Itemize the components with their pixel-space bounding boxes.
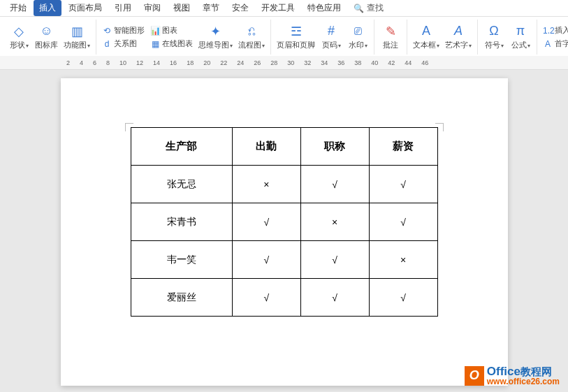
mindmap-icon: ✦ [210,24,221,38]
table-row: 爱丽丝 √ √ √ [131,279,437,317]
ribbon: ◇ 形状▾ ☺ 图标库 ▥ 功能图▾ ⟲智能图形 d关系图 📊图表 ▦在线图表 … [0,17,568,56]
shapes-icon: ◇ [14,24,24,38]
horizontal-ruler: 2468101214161820222426283032343638404244… [0,56,568,70]
tab-review[interactable]: 审阅 [138,0,166,16]
watermark-logo-icon: O [465,366,484,386]
tab-sections[interactable]: 章节 [197,0,225,16]
flowchart-button[interactable]: ⎌ 流程图▾ [237,20,266,55]
data-table[interactable]: 生产部 出勤 职称 薪资 张无忌 × √ √ 宋青书 √ × √ 韦一笑 √ √ [131,127,438,317]
dropcap-button[interactable]: A首字下沉 [541,38,568,50]
table-cell[interactable]: √ [369,166,437,203]
mindmap-button[interactable]: ✦ 思维导图▾ [197,20,234,55]
smartart-button[interactable]: ⟲智能图形 [101,24,146,36]
table-cell[interactable]: × [300,203,369,241]
comment-icon: ✎ [386,24,396,38]
insert-number-button[interactable]: 1.2插入数字 [541,24,568,36]
table-cell[interactable]: 爱丽丝 [131,279,232,317]
icon-library-button[interactable]: ☺ 图标库 [34,20,59,55]
watermark-url: www.office26.com [487,377,560,386]
table-cell[interactable]: √ [300,279,369,317]
textbox-icon: A [422,24,430,38]
page-number-icon: # [328,24,335,38]
chart-icon: 📊 [150,26,160,36]
symbol-button[interactable]: Ω 符号▾ [482,20,506,55]
search-box[interactable]: 🔍 查找 [354,2,384,14]
tab-special[interactable]: 特色应用 [302,0,347,16]
tab-insert[interactable]: 插入 [34,0,61,16]
symbol-icon: Ω [489,24,498,38]
table-cell[interactable]: 韦一笑 [131,241,232,279]
tab-start[interactable]: 开始 [4,0,32,16]
table-header-cell[interactable]: 职称 [300,128,369,166]
search-label: 查找 [367,2,384,14]
page-number-button[interactable]: # 页码▾ [319,20,343,55]
dropcap-icon: A [543,39,553,49]
table-header-cell[interactable]: 出勤 [232,128,300,166]
function-chart-button[interactable]: ▥ 功能图▾ [62,20,92,55]
online-chart-icon: ▦ [150,39,160,49]
tab-devtools[interactable]: 开发工具 [256,0,300,16]
table-header-row: 生产部 出勤 职称 薪资 [131,128,437,166]
table-cell[interactable]: √ [232,241,300,279]
flowchart-icon: ⎌ [248,24,256,38]
table-cell[interactable]: √ [369,203,437,241]
document-page[interactable]: 生产部 出勤 职称 薪资 张无忌 × √ √ 宋青书 √ × √ 韦一笑 √ √ [61,78,508,386]
shapes-button[interactable]: ◇ 形状▾ [7,20,31,55]
header-footer-button[interactable]: ☲ 页眉和页脚 [275,20,316,55]
chart-button[interactable]: 📊图表 [149,24,194,36]
watermark-button[interactable]: ⎚ 水印▾ [346,20,370,55]
relation-chart-button[interactable]: d关系图 [101,38,146,50]
tab-view[interactable]: 视图 [168,0,196,16]
menubar: 开始 插入 页面布局 引用 审阅 视图 章节 安全 开发工具 特色应用 🔍 查找 [0,0,568,17]
comment-button[interactable]: ✎ 批注 [379,20,402,55]
smartart-icon: ⟲ [102,26,112,36]
textbox-button[interactable]: A 文本框▾ [412,20,441,55]
table-row: 张无忌 × √ √ [131,166,437,203]
function-chart-icon: ▥ [71,24,83,38]
relation-icon: d [102,39,112,49]
tab-security[interactable]: 安全 [226,0,254,16]
table-cell[interactable]: × [232,166,300,203]
equation-button[interactable]: π 公式▾ [509,20,532,55]
wordart-button[interactable]: A 艺术字▾ [444,20,473,55]
table-cell[interactable]: × [369,241,437,279]
icon-library-icon: ☺ [40,24,52,38]
header-footer-icon: ☲ [291,24,302,38]
equation-icon: π [516,24,525,38]
table-cell[interactable]: √ [369,279,437,317]
table-row: 宋青书 √ × √ [131,203,437,241]
online-chart-button[interactable]: ▦在线图表 [149,38,194,50]
watermark-brand: Office [487,365,520,378]
insert-number-icon: 1.2 [543,26,553,36]
table-header-cell[interactable]: 生产部 [131,128,232,166]
watermark-brand-cn: 教程网 [520,365,552,377]
margin-corner-tl [125,123,133,131]
table-cell[interactable]: √ [300,166,369,203]
wordart-icon: A [454,24,463,38]
table-cell[interactable]: √ [300,241,369,279]
table-cell[interactable]: 宋青书 [131,203,232,241]
site-watermark: O Office教程网 www.office26.com [465,365,560,386]
workspace: 生产部 出勤 职称 薪资 张无忌 × √ √ 宋青书 √ × √ 韦一笑 √ √ [0,70,568,392]
watermark-icon: ⎚ [354,24,362,38]
table-cell[interactable]: √ [232,279,300,317]
table-row: 韦一笑 √ √ × [131,241,437,279]
tab-references[interactable]: 引用 [109,0,137,16]
search-icon: 🔍 [354,3,364,13]
margin-corner-tr [435,123,444,131]
tab-page-layout[interactable]: 页面布局 [63,0,108,16]
table-cell[interactable]: √ [232,203,300,241]
table-cell[interactable]: 张无忌 [131,166,232,203]
table-header-cell[interactable]: 薪资 [369,128,437,166]
